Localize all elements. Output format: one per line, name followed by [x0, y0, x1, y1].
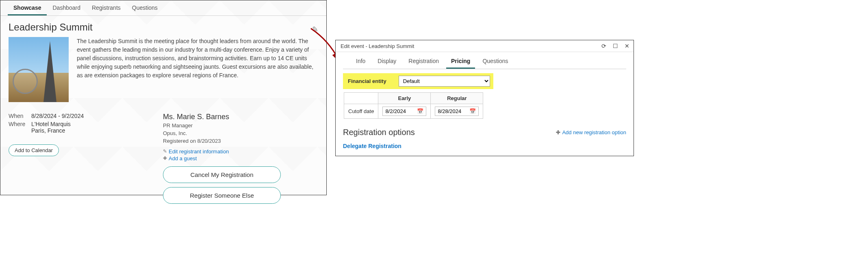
showcase-panel: Showcase Dashboard Registrants Questions…: [0, 0, 327, 195]
where-label: Where: [9, 121, 31, 134]
early-cutoff-input[interactable]: [385, 108, 414, 114]
delegate-registration-link[interactable]: Delegate Registration: [343, 143, 401, 149]
dlg-tab-pricing[interactable]: Pricing: [446, 52, 475, 69]
registrant-org: Opus, Inc.: [163, 130, 318, 137]
add-guest-link[interactable]: ✚ Add a guest: [163, 155, 318, 161]
dialog-tabs: Info Display Registration Pricing Questi…: [343, 52, 626, 69]
plus-icon: ✚: [556, 129, 560, 135]
event-title: Leadership Summit: [9, 22, 93, 33]
where-line2: Paris, France: [31, 127, 71, 134]
dlg-tab-display[interactable]: Display: [373, 52, 401, 69]
plus-icon: ✚: [163, 155, 167, 161]
close-icon[interactable]: ✕: [625, 43, 629, 49]
edit-event-dialog: Edit event - Leadership Summit ⟳ ☐ ✕ Inf…: [335, 40, 634, 156]
calendar-icon[interactable]: 📅: [417, 108, 423, 114]
financial-entity-select[interactable]: Default: [399, 76, 490, 87]
tab-showcase[interactable]: Showcase: [8, 0, 47, 15]
dlg-tab-registration[interactable]: Registration: [404, 52, 444, 69]
event-image: [9, 37, 69, 102]
cutoff-row-label: Cutoff date: [344, 104, 378, 119]
add-registration-option-link[interactable]: ✚ Add new registration option: [556, 129, 626, 135]
where-line1: L'Hotel Marquis: [31, 121, 71, 127]
when-label: When: [9, 113, 31, 119]
tab-dashboard[interactable]: Dashboard: [47, 0, 86, 15]
tab-registrants[interactable]: Registrants: [86, 0, 126, 15]
registration-options-heading: Registration options: [343, 128, 415, 137]
registrant-name: Ms. Marie S. Barnes: [163, 113, 318, 121]
registrant-title: PR Manager: [163, 122, 318, 129]
dlg-tab-info[interactable]: Info: [351, 52, 370, 69]
pencil-icon: ✎: [163, 148, 167, 154]
cutoff-table: Early Regular Cutoff date 📅 📅: [344, 92, 483, 119]
regular-header: Regular: [431, 93, 483, 104]
tab-questions[interactable]: Questions: [126, 0, 163, 15]
early-header: Early: [378, 93, 431, 104]
registrant-registered-on: Registered on 8/20/2023: [163, 137, 318, 145]
edit-event-icon[interactable]: ✎: [312, 25, 318, 34]
maximize-icon[interactable]: ☐: [613, 43, 618, 49]
cancel-registration-button[interactable]: Cancel My Registration: [163, 166, 281, 183]
left-tabs: Showcase Dashboard Registrants Questions: [0, 0, 326, 16]
event-description: The Leadership Summit is the meeting pla…: [77, 37, 318, 102]
add-to-calendar-button[interactable]: Add to Calendar: [9, 144, 59, 156]
edit-registrant-link[interactable]: ✎ Edit registrant information: [163, 148, 318, 155]
dialog-title: Edit event - Leadership Summit: [341, 43, 414, 49]
financial-entity-label: Financial entity: [346, 78, 386, 84]
refresh-icon[interactable]: ⟳: [601, 43, 606, 49]
dlg-tab-questions[interactable]: Questions: [477, 52, 513, 69]
when-value: 8/28/2024 - 9/2/2024: [31, 113, 84, 119]
financial-entity-row: Financial entity Default: [343, 73, 493, 89]
regular-cutoff-input[interactable]: [438, 108, 467, 114]
register-someone-else-button[interactable]: Register Someone Else: [163, 187, 281, 204]
calendar-icon[interactable]: 📅: [469, 108, 476, 114]
